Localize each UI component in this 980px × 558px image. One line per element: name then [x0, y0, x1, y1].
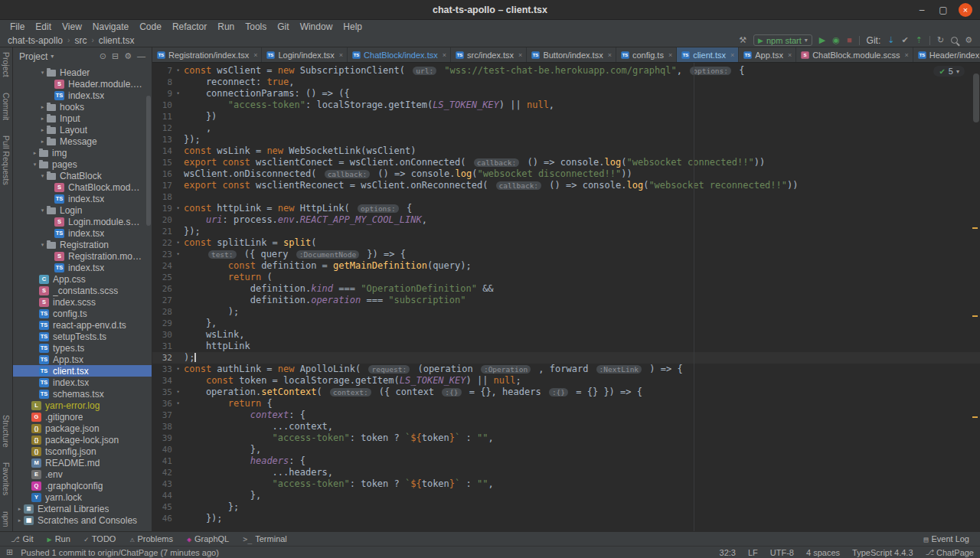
tree-item-img[interactable]: ▸img: [13, 147, 152, 158]
menu-item-navigate[interactable]: Navigate: [87, 21, 134, 32]
code-line-19[interactable]: 19▾const httpLink = new HttpLink( option…: [152, 203, 980, 214]
tree-item-header[interactable]: ▾Header: [13, 67, 152, 78]
tree-item-pages[interactable]: ▾pages: [13, 158, 152, 170]
tab-registration-index-tsx[interactable]: TSRegistration/index.tsx×: [152, 47, 262, 62]
tab-src-index-tsx[interactable]: TSsrc/index.tsx×: [451, 47, 527, 62]
menu-item-code[interactable]: Code: [134, 21, 167, 32]
toolwindow-button-problems[interactable]: ⚠Problems: [123, 534, 179, 543]
close-icon[interactable]: ×: [788, 51, 792, 59]
fold-icon[interactable]: ▾: [172, 398, 184, 410]
code-line-42[interactable]: 42 ...headers,: [152, 467, 980, 478]
inspections-widget[interactable]: ✔ 5 ▾: [933, 66, 965, 77]
tree-closed-arrow-icon[interactable]: ▸: [31, 150, 39, 156]
tab-chatblock-module-scss[interactable]: SChatBlock.module.scss×: [796, 47, 913, 62]
tree-open-arrow-icon[interactable]: ▾: [38, 173, 47, 179]
code-line-36[interactable]: 36▾ return {: [152, 398, 980, 410]
status-utf-8[interactable]: UTF-8: [770, 548, 794, 557]
status-32-3[interactable]: 32:3: [720, 548, 736, 557]
code-line-23[interactable]: 23▾ test: ({ query :DocumentNode }) => {: [152, 249, 980, 260]
code-line-15[interactable]: 15export const wsclientConect = wsClient…: [152, 157, 980, 168]
menu-item-edit[interactable]: Edit: [30, 21, 57, 32]
tree-closed-arrow-icon[interactable]: ▸: [38, 139, 47, 145]
code-line-20[interactable]: 20 uri: process.env.REACT_APP_MY_COOL_LI…: [152, 214, 980, 226]
tree-item-types-ts[interactable]: TStypes.ts: [13, 342, 152, 354]
tree-item-graphqlconfig[interactable]: Q.graphqlconfig: [13, 480, 152, 491]
menu-item-view[interactable]: View: [57, 21, 87, 32]
code-line-22[interactable]: 22▾const splitLink = split(: [152, 237, 980, 249]
close-icon[interactable]: ×: [253, 51, 257, 59]
status-typescript-4-4-3[interactable]: TypeScript 4.4.3: [852, 548, 913, 557]
tree-item-config-ts[interactable]: TSconfig.ts: [13, 308, 152, 319]
code-line-13[interactable]: 13});: [152, 134, 980, 145]
tree-item-message[interactable]: ▸Message: [13, 135, 152, 147]
code-line-26[interactable]: 26 definition.kind === "OperationDefinit…: [152, 283, 980, 295]
tree-item-gitignore[interactable]: G.gitignore: [13, 411, 152, 423]
local-history-icon[interactable]: ↻: [937, 36, 944, 44]
tree-open-arrow-icon[interactable]: ▾: [38, 242, 47, 248]
tab-client-tsx[interactable]: TSclient.tsx×: [677, 47, 739, 62]
tree-item-tsconfig-json[interactable]: {}tsconfig.json: [13, 445, 152, 457]
git-branch-widget[interactable]: ⎇ChatPage: [926, 548, 974, 557]
git-push-icon[interactable]: ⇡: [916, 36, 923, 44]
menu-item-git[interactable]: Git: [272, 21, 294, 32]
tree-item-client-tsx[interactable]: TSclient.tsx: [13, 365, 152, 377]
tab-login-index-tsx[interactable]: TSLogin/index.tsx×: [262, 47, 348, 62]
tree-item-chatblock[interactable]: ▾ChatBlock: [13, 170, 152, 181]
code-line-43[interactable]: 43 "access-token": token ? `${token}` : …: [152, 478, 980, 490]
tree-closed-arrow-icon[interactable]: ▸: [15, 506, 24, 512]
menu-item-refactor[interactable]: Refactor: [167, 21, 212, 32]
search-icon[interactable]: [951, 37, 958, 44]
tree-item-hooks[interactable]: ▸hooks: [13, 101, 152, 113]
menu-item-run[interactable]: Run: [212, 21, 240, 32]
tree-item-index-tsx[interactable]: TSindex.tsx: [13, 193, 152, 204]
code-line-30[interactable]: 30 wsLink,: [152, 329, 980, 341]
close-icon[interactable]: ×: [443, 51, 446, 59]
settings-icon[interactable]: ⚙: [124, 51, 132, 61]
fold-icon[interactable]: ▾: [172, 387, 184, 398]
breadcrumb-item-src[interactable]: src: [74, 35, 87, 46]
code-line-34[interactable]: 34 const token = localStorage.getItem(LS…: [152, 375, 980, 387]
tree-item-index-tsx[interactable]: TSindex.tsx: [13, 227, 152, 239]
close-icon[interactable]: ×: [730, 51, 734, 59]
fold-icon[interactable]: ▾: [172, 88, 184, 100]
tree-item-chatblock-module-scss[interactable]: SChatBlock.module.scss: [13, 181, 152, 193]
code-line-33[interactable]: 33▾const authLink = new ApolloLink( requ…: [152, 364, 980, 375]
fold-icon[interactable]: ▾: [172, 237, 184, 249]
code-line-46[interactable]: 46 });: [152, 513, 980, 524]
code-line-25[interactable]: 25 return (: [152, 272, 980, 283]
tree-item-app-css[interactable]: CApp.css: [13, 273, 152, 285]
close-icon[interactable]: ×: [668, 51, 672, 59]
title-bar[interactable]: chat-ts-apollo – client.tsx – ▢ ×: [0, 0, 980, 20]
code-line-8[interactable]: 8 reconnect: true,: [152, 77, 980, 88]
error-stripe-mark[interactable]: [972, 315, 978, 317]
tree-item-layout[interactable]: ▸Layout: [13, 124, 152, 135]
tree-closed-arrow-icon[interactable]: ▸: [38, 127, 47, 133]
code-line-32[interactable]: 32);: [152, 352, 980, 364]
run-icon[interactable]: ▶: [819, 36, 825, 44]
toolwindow-button-graphql[interactable]: ◈GraphQL: [181, 534, 235, 543]
tree-item-external-libraries[interactable]: ▸≣External Libraries: [13, 503, 152, 514]
collapse-all-icon[interactable]: ⊟: [112, 51, 119, 61]
debug-icon[interactable]: ◉: [832, 36, 840, 44]
code-line-39[interactable]: 39 "access-token": token ? `${token}` : …: [152, 432, 980, 444]
tree-item-login-module-scss[interactable]: SLogin.module.scss: [13, 216, 152, 227]
tree-item-index-tsx[interactable]: TSindex.tsx: [13, 377, 152, 388]
tree-item-index-tsx[interactable]: TSindex.tsx: [13, 262, 152, 273]
build-icon[interactable]: ⚒: [739, 36, 746, 44]
status-lf[interactable]: LF: [748, 548, 758, 557]
tree-item-setuptests-ts[interactable]: TSsetupTests.ts: [13, 331, 152, 342]
code-line-10[interactable]: 10 "access-token": localStorage.getItem(…: [152, 100, 980, 111]
tree-open-arrow-icon[interactable]: ▾: [38, 207, 47, 214]
tree-scrollbar[interactable]: [146, 96, 151, 226]
menu-item-file[interactable]: File: [5, 21, 30, 32]
error-stripe-mark[interactable]: [972, 227, 978, 229]
toolwindow-button-terminal[interactable]: >_Terminal: [237, 534, 293, 543]
code-line-16[interactable]: 16wsClient.onDisconnected( callback: () …: [152, 168, 980, 180]
code-line-12[interactable]: 12 ,: [152, 122, 980, 134]
code-line-37[interactable]: 37 context: {: [152, 410, 980, 421]
tree-item-yarn-lock[interactable]: Yyarn.lock: [13, 491, 152, 503]
stripe-item-npm[interactable]: npm: [2, 511, 11, 527]
tree-item-registration[interactable]: ▾Registration: [13, 239, 152, 250]
tree-closed-arrow-icon[interactable]: ▸: [38, 104, 47, 110]
settings-icon[interactable]: ⚙: [965, 36, 972, 44]
